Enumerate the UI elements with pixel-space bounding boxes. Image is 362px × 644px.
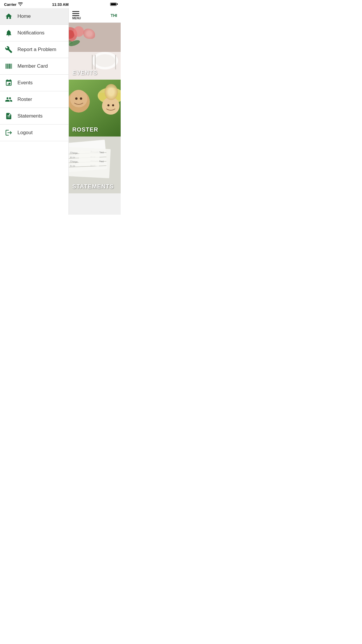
svg-text:$1.00: $1.00 (70, 165, 75, 167)
svg-text:Amount Paid: Amount Paid (90, 160, 104, 163)
sidebar-item-notifications[interactable]: Notifications (0, 25, 68, 41)
status-time: 11:33 AM (52, 2, 69, 7)
statements-label: Statements (17, 113, 43, 119)
wrench-icon (5, 46, 13, 54)
sidebar-item-report[interactable]: Report a Problem (0, 41, 68, 58)
svg-text:30: 30 (8, 83, 10, 85)
sidebar-item-statements[interactable]: Statements (0, 108, 68, 125)
notifications-label: Notifications (17, 30, 45, 36)
svg-point-33 (107, 104, 109, 106)
svg-rect-4 (9, 64, 10, 69)
svg-text:$0.00: $0.00 (70, 156, 75, 159)
sidebar-item-member-card[interactable]: Member Card (0, 58, 68, 75)
statements-tile-label: STATEMENTS (72, 183, 114, 190)
svg-point-14 (95, 54, 115, 67)
statements-icon (5, 112, 13, 120)
right-topbar: MENU THI (69, 8, 121, 23)
status-left: Carrier (4, 2, 23, 7)
svg-text:$0.00: $0.00 (90, 156, 96, 158)
svg-rect-16 (95, 55, 96, 69)
calendar-icon: 30 (5, 79, 13, 87)
roster-tile[interactable]: ROSTER (69, 80, 121, 136)
status-bar: Carrier 11:33 AM (0, 0, 121, 8)
svg-point-31 (75, 97, 78, 100)
svg-rect-5 (10, 64, 10, 69)
svg-point-34 (112, 104, 114, 106)
bottom-empty-area (69, 193, 121, 215)
home-label: Home (17, 13, 31, 19)
sidebar-item-logout[interactable]: Logout (0, 125, 68, 141)
svg-point-30 (102, 97, 120, 115)
logout-label: Logout (17, 130, 33, 136)
logout-icon (5, 129, 13, 137)
app-title: THI (110, 13, 117, 18)
svg-rect-17 (115, 55, 116, 69)
hamburger-menu-button[interactable]: MENU (72, 11, 81, 20)
report-label: Report a Problem (17, 47, 56, 52)
events-tile-label: EVENTS (72, 69, 97, 76)
barcode-icon (5, 62, 13, 70)
app-container: Home Notifications Report a Problem (0, 8, 121, 215)
carrier-label: Carrier (4, 2, 17, 7)
home-icon (5, 12, 13, 20)
svg-point-20 (73, 26, 84, 37)
events-tile[interactable]: EVENTS (69, 23, 121, 80)
sidebar: Home Notifications Report a Problem (0, 8, 69, 215)
statements-tile[interactable]: Charge Amount Paid $0.00 $0.00 Charge Am… (69, 136, 121, 193)
menu-text-label: MENU (72, 17, 81, 20)
roster-icon (5, 95, 13, 104)
svg-point-32 (80, 97, 82, 100)
sidebar-item-events[interactable]: 30 Events (0, 75, 68, 91)
member-card-label: Member Card (17, 63, 48, 69)
roster-tile-label: ROSTER (72, 126, 98, 133)
events-label: Events (17, 80, 33, 86)
tiles-container: EVENTS (69, 23, 121, 215)
svg-text:Amount Paid: Amount Paid (90, 150, 104, 154)
svg-rect-29 (99, 93, 121, 100)
svg-rect-15 (92, 55, 93, 69)
svg-text:Charge: Charge (70, 151, 78, 154)
svg-rect-7 (12, 64, 12, 69)
sidebar-item-home[interactable]: Home (0, 8, 68, 25)
bell-icon (5, 29, 13, 37)
svg-rect-6 (11, 64, 11, 69)
svg-rect-0 (6, 64, 6, 69)
svg-rect-2 (7, 64, 8, 69)
battery-indicator (110, 2, 117, 7)
svg-text:Charge: Charge (70, 160, 78, 163)
svg-rect-1 (6, 64, 7, 69)
wifi-icon (18, 2, 23, 7)
svg-text:$0.00: $0.00 (90, 164, 96, 167)
svg-rect-3 (8, 64, 8, 69)
right-panel: MENU THI (69, 8, 121, 215)
sidebar-item-roster[interactable]: Roster (0, 91, 68, 108)
roster-label: Roster (17, 97, 32, 102)
